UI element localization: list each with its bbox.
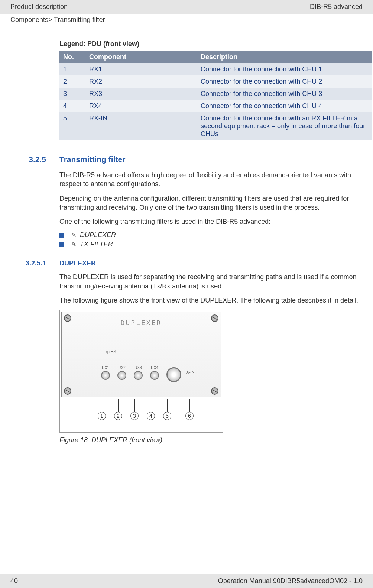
conn-label: RX2 bbox=[118, 366, 125, 370]
connector-rx2: RX2 bbox=[117, 371, 126, 380]
callout-number: 5 bbox=[163, 412, 171, 420]
paragraph: Depending on the antenna configuration, … bbox=[59, 194, 363, 212]
cell-no: 1 bbox=[59, 63, 85, 75]
header-right: DIB-R5 advanced bbox=[310, 3, 363, 11]
pointer-icon: ✎ bbox=[71, 241, 76, 248]
cell-component: RX4 bbox=[85, 100, 197, 112]
connector-rx4: RX4 bbox=[150, 371, 159, 380]
section-title: Transmitting filter bbox=[59, 155, 125, 164]
callout-number: 2 bbox=[114, 412, 122, 420]
paragraph: The following figure shows the front vie… bbox=[59, 296, 363, 305]
footer-right: Operation Manual 90DIBR5advancedOM02 - 1… bbox=[218, 577, 363, 585]
legend-th-description: Description bbox=[197, 51, 372, 63]
bullet-text: TX FILTER bbox=[80, 240, 113, 248]
subsection-number: 3.2.5.1 bbox=[10, 259, 59, 267]
cell-description: Connector for the connection with CHU 1 bbox=[197, 63, 372, 75]
subsection-title: DUPLEXER bbox=[59, 259, 96, 267]
callout-number: 3 bbox=[130, 412, 139, 420]
page-header: Product description DIB-R5 advanced bbox=[0, 0, 373, 14]
legend-th-component: Component bbox=[85, 51, 197, 63]
callout-number: 1 bbox=[98, 412, 106, 420]
cell-component: RX3 bbox=[85, 88, 197, 100]
screw-icon bbox=[211, 387, 218, 395]
header-left: Product description bbox=[10, 3, 68, 11]
callout: 1 bbox=[98, 399, 106, 420]
cell-description: Connector for the connection with CHU 3 bbox=[197, 88, 372, 100]
callout: 3 bbox=[130, 399, 139, 420]
exp-label: Exp.BS bbox=[103, 349, 116, 354]
table-row: 4 RX4 Connector for the connection with … bbox=[59, 100, 372, 112]
legend-table: No. Component Description 1 RX1 Connecto… bbox=[59, 51, 372, 140]
list-item: ✎ DUPLEXER bbox=[59, 231, 363, 239]
connector-rx3: RX3 bbox=[134, 371, 143, 380]
cell-no: 2 bbox=[59, 75, 85, 88]
legend-header-row: No. Component Description bbox=[59, 51, 372, 63]
bullet-text: DUPLEXER bbox=[80, 231, 116, 239]
bullet-square-icon bbox=[59, 242, 64, 247]
figure-container: DUPLEXER Exp.BS RX1 RX2 RX3 RX4 TX-IN 1 … bbox=[59, 310, 363, 433]
figure-caption: Figure 18: DUPLEXER (front view) bbox=[59, 436, 363, 444]
callout-number: 4 bbox=[147, 412, 155, 420]
paragraph: The DUPLEXER is used for separating the … bbox=[59, 272, 363, 291]
cell-no: 5 bbox=[59, 112, 85, 140]
callout: 5 bbox=[163, 399, 171, 420]
table-row: 2 RX2 Connector for the connection with … bbox=[59, 75, 372, 88]
cell-description: Connector for the connection with CHU 4 bbox=[197, 100, 372, 112]
conn-label: RX3 bbox=[134, 366, 142, 370]
table-row: 3 RX3 Connector for the connection with … bbox=[59, 88, 372, 100]
connector-row: RX1 RX2 RX3 RX4 TX-IN bbox=[62, 371, 221, 382]
section-number: 3.2.5 bbox=[10, 155, 59, 164]
cell-component: RX-IN bbox=[85, 112, 197, 140]
content-area: Legend: PDU (front view) No. Component D… bbox=[0, 25, 373, 444]
cell-component: RX1 bbox=[85, 63, 197, 75]
conn-label: RX1 bbox=[102, 366, 109, 370]
connector-txin: TX-IN bbox=[166, 367, 181, 382]
callout: 4 bbox=[147, 399, 155, 420]
legend-th-no: No. bbox=[59, 51, 85, 63]
page-footer: 40 Operation Manual 90DIBR5advancedOM02 … bbox=[0, 574, 373, 588]
table-row: 5 RX-IN Connector for the connection wit… bbox=[59, 112, 372, 140]
figure-callouts: 1 2 3 4 5 6 bbox=[60, 399, 223, 429]
callout-number: 6 bbox=[185, 412, 194, 420]
table-row: 1 RX1 Connector for the connection with … bbox=[59, 63, 372, 75]
paragraph: One of the following transmitting filter… bbox=[59, 217, 363, 226]
subsection-heading: 3.2.5.1 DUPLEXER bbox=[10, 259, 363, 267]
section-heading: 3.2.5 Transmitting filter bbox=[10, 155, 363, 164]
connector-rx1: RX1 bbox=[101, 371, 110, 380]
legend-title: Legend: PDU (front view) bbox=[59, 40, 363, 48]
panel-title: DUPLEXER bbox=[62, 319, 221, 327]
duplexer-panel: DUPLEXER Exp.BS RX1 RX2 RX3 RX4 TX-IN bbox=[61, 312, 221, 397]
cell-description: Connector for the connection with CHU 2 bbox=[197, 75, 372, 88]
list-item: ✎ TX FILTER bbox=[59, 240, 363, 248]
conn-label: RX4 bbox=[151, 366, 158, 370]
paragraph: The DIB-R5 advanced offers a high degree… bbox=[59, 171, 363, 189]
callout: 6 bbox=[185, 399, 194, 420]
figure-box: DUPLEXER Exp.BS RX1 RX2 RX3 RX4 TX-IN 1 … bbox=[59, 310, 223, 433]
bullet-square-icon bbox=[59, 233, 64, 238]
bullet-list: ✎ DUPLEXER ✎ TX FILTER bbox=[59, 231, 363, 248]
pointer-icon: ✎ bbox=[71, 232, 76, 239]
cell-no: 4 bbox=[59, 100, 85, 112]
callout: 2 bbox=[114, 399, 122, 420]
footer-page-number: 40 bbox=[10, 577, 18, 585]
screw-icon bbox=[64, 387, 71, 395]
txin-label: TX-IN bbox=[184, 370, 195, 374]
cell-no: 3 bbox=[59, 88, 85, 100]
cell-description: Connector for the connection with an RX … bbox=[197, 112, 372, 140]
breadcrumb: Components> Transmitting filter bbox=[0, 14, 373, 25]
cell-component: RX2 bbox=[85, 75, 197, 88]
